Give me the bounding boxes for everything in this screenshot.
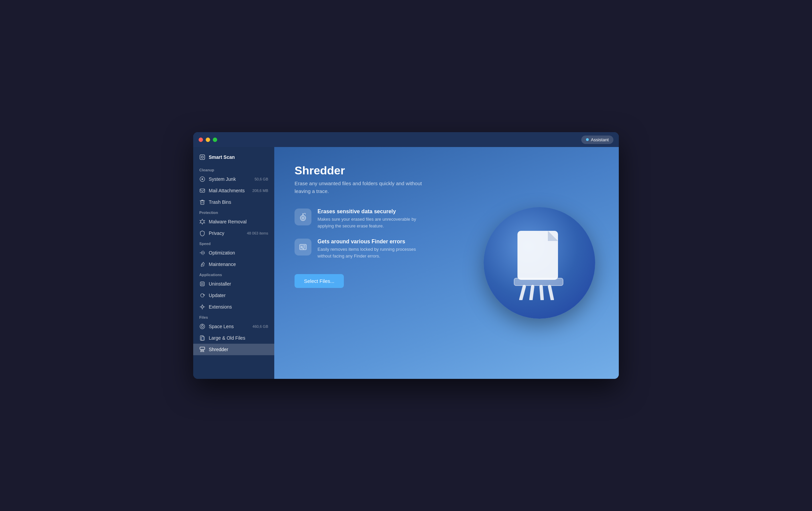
sidebar-item-system-junk[interactable]: System Junk 50,6 GB: [193, 173, 274, 185]
sidebar-item-space-lens[interactable]: Space Lens 460,6 GB: [193, 321, 274, 332]
assistant-button[interactable]: Assistant: [581, 136, 613, 144]
sidebar-item-label: Space Lens: [209, 324, 249, 329]
svg-point-22: [203, 283, 204, 284]
feature-description: Easily removes items locked by running p…: [318, 246, 429, 259]
sidebar-item-shredder[interactable]: Shredder: [193, 344, 274, 355]
sidebar-item-malware-removal[interactable]: Malware Removal: [193, 216, 274, 227]
sidebar-item-label: Trash Bins: [209, 199, 268, 205]
feature-description: Makes sure your erased files are unrecov…: [318, 216, 429, 229]
section-label-protection: Protection: [193, 208, 274, 216]
svg-point-21: [201, 283, 202, 284]
select-files-button[interactable]: Select Files...: [295, 274, 344, 288]
feature-text-finder-errors: Gets around various Finder errors Easily…: [318, 239, 429, 259]
sidebar-item-extensions[interactable]: Extensions: [193, 301, 274, 313]
section-label-speed: Speed: [193, 239, 274, 247]
main-content: Shredder Erase any unwanted files and fo…: [274, 147, 619, 379]
svg-rect-25: [201, 306, 203, 308]
svg-rect-30: [201, 337, 204, 340]
minimize-button[interactable]: [206, 138, 210, 142]
svg-point-41: [301, 246, 303, 248]
svg-point-1: [201, 156, 203, 158]
feature-item-sensitive-data: Erases sensitive data securely Makes sur…: [295, 209, 599, 229]
sidebar-item-optimization[interactable]: Optimization: [193, 247, 274, 259]
svg-rect-4: [200, 189, 205, 192]
svg-point-27: [201, 325, 203, 327]
svg-rect-31: [200, 347, 205, 349]
bomb-icon: [295, 209, 311, 225]
app-body: Smart Scan Cleanup System Junk 50,6 GB: [193, 147, 619, 379]
sidebar-item-maintenance[interactable]: Maintenance: [193, 259, 274, 270]
app-window: Assistant Smart Scan Cleanup: [193, 132, 619, 379]
svg-rect-20: [200, 282, 204, 286]
files-icon: [199, 335, 205, 341]
features-list: Erases sensitive data securely Makes sur…: [295, 209, 599, 259]
sidebar-item-label: Smart Scan: [209, 154, 235, 160]
optimization-icon: [199, 250, 205, 256]
updater-icon: [199, 292, 205, 298]
svg-point-23: [201, 284, 202, 285]
feature-title: Erases sensitive data securely: [318, 209, 429, 215]
svg-point-19: [202, 264, 203, 265]
svg-line-11: [204, 223, 205, 223]
title-bar-right: Assistant: [581, 136, 613, 144]
sidebar-item-label: Mail Attachments: [209, 188, 249, 193]
feature-title: Gets around various Finder errors: [318, 239, 429, 245]
svg-line-10: [204, 220, 205, 221]
sidebar-item-label: Maintenance: [209, 262, 268, 267]
page-subtitle: Erase any unwanted files and folders qui…: [295, 180, 430, 195]
svg-rect-0: [200, 155, 205, 160]
sidebar-item-uninstaller[interactable]: Uninstaller: [193, 278, 274, 290]
traffic-lights: [199, 138, 217, 142]
malware-icon: [199, 219, 205, 225]
sidebar-item-label: Privacy: [209, 230, 244, 236]
disk-icon: [199, 176, 205, 182]
sidebar-item-badge: 48 063 items: [247, 231, 268, 235]
sidebar-item-badge: 208,6 MB: [252, 189, 268, 193]
svg-line-32: [201, 350, 201, 352]
sidebar-item-trash-bins[interactable]: Trash Bins: [193, 196, 274, 208]
maximize-button[interactable]: [213, 138, 217, 142]
space-icon: [199, 323, 205, 330]
sidebar-item-smart-scan[interactable]: Smart Scan: [193, 151, 274, 163]
section-label-cleanup: Cleanup: [193, 165, 274, 173]
sidebar-item-label: Updater: [209, 293, 268, 298]
extensions-icon: [199, 304, 205, 310]
section-label-files: Files: [193, 313, 274, 321]
sidebar-item-updater[interactable]: Updater: [193, 290, 274, 301]
svg-line-33: [202, 350, 202, 352]
maintenance-icon: [199, 261, 205, 267]
svg-line-14: [200, 220, 201, 221]
close-button[interactable]: [199, 138, 203, 142]
sidebar-item-label: Uninstaller: [209, 281, 268, 287]
sidebar-item-label: System Junk: [209, 176, 251, 182]
sidebar-item-label: Shredder: [209, 347, 268, 352]
section-label-applications: Applications: [193, 270, 274, 278]
sidebar-item-badge: 50,6 GB: [255, 177, 268, 181]
privacy-icon: [199, 230, 205, 236]
svg-line-13: [200, 223, 201, 223]
sidebar-item-label: Malware Removal: [209, 219, 268, 224]
sidebar-item-label: Optimization: [209, 250, 268, 256]
sidebar-item-large-old-files[interactable]: Large & Old Files: [193, 332, 274, 344]
svg-point-24: [203, 284, 204, 285]
page-title: Shredder: [295, 164, 599, 177]
uninstaller-icon: [199, 281, 205, 287]
sidebar-item-badge: 460,6 GB: [253, 324, 268, 328]
sidebar: Smart Scan Cleanup System Junk 50,6 GB: [193, 147, 274, 379]
sidebar-item-label: Large & Old Files: [209, 335, 268, 341]
svg-point-8: [201, 220, 204, 223]
shredder-sidebar-icon: [199, 346, 205, 352]
feature-item-finder-errors: Gets around various Finder errors Easily…: [295, 239, 599, 259]
scan-icon: [199, 154, 205, 160]
svg-line-35: [204, 350, 204, 352]
assistant-dot-icon: [586, 138, 589, 141]
feature-text-sensitive-data: Erases sensitive data securely Makes sur…: [318, 209, 429, 229]
svg-line-34: [203, 350, 203, 352]
sidebar-item-privacy[interactable]: Privacy 48 063 items: [193, 227, 274, 239]
mail-icon: [199, 188, 205, 194]
sidebar-item-mail-attachments[interactable]: Mail Attachments 208,6 MB: [193, 185, 274, 196]
title-bar: Assistant: [193, 132, 619, 147]
trash-icon: [199, 199, 205, 205]
content-inner: Shredder Erase any unwanted files and fo…: [295, 164, 599, 365]
sidebar-item-label: Extensions: [209, 304, 268, 310]
